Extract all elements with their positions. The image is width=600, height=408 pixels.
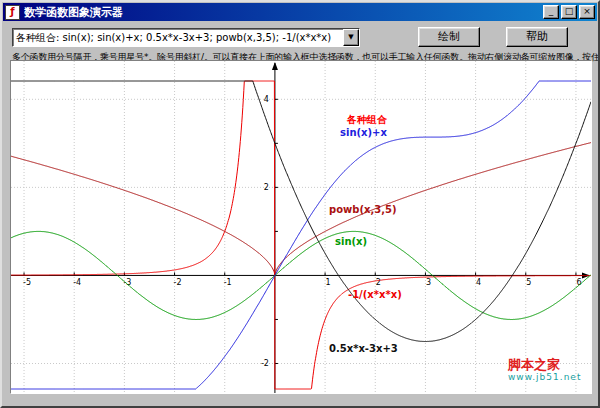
plot-canvas[interactable]: -5-4-3-2-112345642-2 xyxy=(11,61,591,393)
svg-text:3: 3 xyxy=(426,278,431,287)
svg-text:4: 4 xyxy=(264,95,269,104)
plot-area: -5-4-3-2-112345642-2 各种组合 sin(x)+x powb(… xyxy=(10,60,592,394)
svg-text:6: 6 xyxy=(576,278,581,287)
svg-text:-4: -4 xyxy=(73,278,81,287)
svg-text:5: 5 xyxy=(526,278,531,287)
watermark: 脚本之家 www.jb51.net xyxy=(508,358,581,383)
app-icon[interactable]: ƒ xyxy=(5,5,20,20)
minimize-button[interactable]: _ xyxy=(543,5,559,19)
svg-text:2: 2 xyxy=(264,183,269,192)
svg-text:-2: -2 xyxy=(261,359,269,368)
titlebar[interactable]: ƒ 数学函数图象演示器 _ □ × xyxy=(3,3,597,21)
svg-text:-5: -5 xyxy=(23,278,31,287)
watermark-title: 脚本之家 xyxy=(508,358,581,372)
svg-text:1: 1 xyxy=(326,278,331,287)
maximize-button[interactable]: □ xyxy=(561,5,577,19)
function-combobox-value[interactable]: 各种组合: sin(x); sin(x)+x; 0.5x*x-3x+3; pow… xyxy=(13,29,343,46)
function-combobox[interactable]: 各种组合: sin(x); sin(x)+x; 0.5x*x-3x+3; pow… xyxy=(12,28,360,47)
svg-text:-1: -1 xyxy=(224,278,232,287)
svg-text:-2: -2 xyxy=(174,278,182,287)
chevron-down-icon[interactable]: ▼ xyxy=(343,29,359,46)
draw-button[interactable]: 绘制 xyxy=(418,27,480,47)
watermark-url: www.jb51.net xyxy=(508,372,581,383)
close-button[interactable]: × xyxy=(579,5,595,19)
svg-text:4: 4 xyxy=(476,278,481,287)
window-title: 数学函数图象演示器 xyxy=(24,5,541,20)
help-button[interactable]: 帮助 xyxy=(506,27,568,47)
toolbar: 各种组合: sin(x); sin(x)+x; 0.5x*x-3x+3; pow… xyxy=(2,22,598,49)
app-window: ƒ 数学函数图象演示器 _ □ × 各种组合: sin(x); sin(x)+x… xyxy=(0,0,600,408)
